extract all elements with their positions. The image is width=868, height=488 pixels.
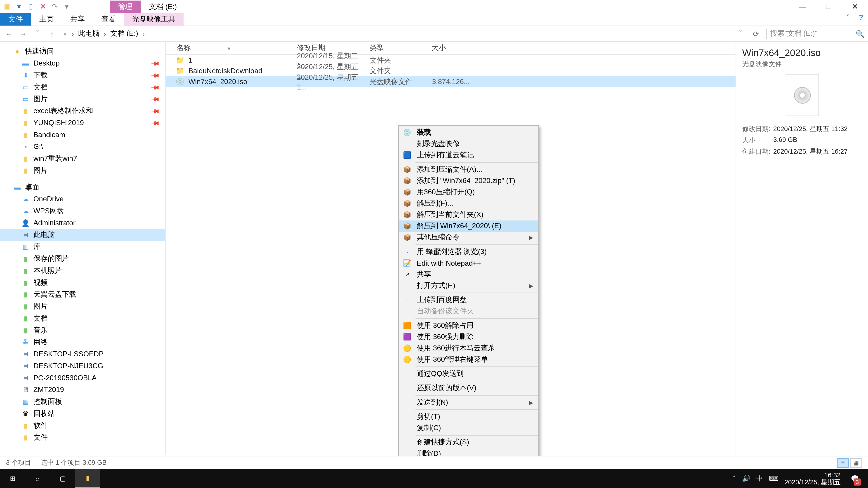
navigation-tree[interactable]: ★快速访问 ▬Desktop📌 ⬇下载📌 ▭文档📌 ▭图片📌 ▮excel表格制…: [0, 42, 166, 455]
context-menu[interactable]: 💿装载刻录光盘映像🟦上传到有道云笔记📦添加到压缩文件(A)...📦添加到 "Wi…: [398, 125, 539, 487]
explorer-taskbar-icon[interactable]: ▮: [75, 469, 100, 488]
nav-forward-button[interactable]: →: [18, 30, 29, 38]
context-menu-item[interactable]: 📦添加到压缩文件(A)...: [399, 164, 538, 175]
context-menu-item[interactable]: 发送到(N)▶: [399, 397, 538, 408]
view-icons-button[interactable]: ▦: [850, 458, 862, 467]
breadcrumb-seg[interactable]: 文档 (E:): [108, 29, 140, 39]
ribbon-collapse-icon[interactable]: ˅: [841, 13, 854, 26]
qat-delete-icon[interactable]: ✕: [38, 2, 48, 11]
nav-recent-dropdown[interactable]: ˅: [32, 30, 43, 38]
context-menu-item[interactable]: 创建快捷方式(S): [399, 437, 538, 448]
column-name[interactable]: 名称▲: [166, 43, 297, 53]
file-row[interactable]: 📁BaiduNetdiskDownload2020/12/25, 星期五 1..…: [166, 66, 736, 76]
qat-redo-icon[interactable]: ↷: [50, 2, 60, 11]
context-menu-item[interactable]: 打开方式(H)▶: [399, 280, 538, 291]
tray-volume-icon[interactable]: 🔊: [742, 475, 750, 482]
minimize-button[interactable]: —: [789, 0, 815, 13]
nav-back-button[interactable]: ←: [4, 30, 14, 38]
context-menu-item[interactable]: ·上传到百度网盘: [399, 294, 538, 306]
nav-item[interactable]: ZMT2019: [33, 385, 64, 394]
breadcrumb-seg[interactable]: 此电脑: [76, 29, 101, 39]
nav-item[interactable]: 软件: [33, 420, 48, 431]
nav-item[interactable]: win7重装win7: [33, 153, 77, 164]
context-menu-item[interactable]: 还原以前的版本(V): [399, 383, 538, 394]
nav-network[interactable]: 网络: [33, 337, 48, 347]
nav-item[interactable]: 下载: [33, 70, 48, 80]
action-center-button[interactable]: 💬3: [846, 469, 863, 488]
close-button[interactable]: ✕: [842, 0, 868, 13]
nav-this-pc[interactable]: 此电脑: [33, 230, 55, 240]
tray-ime-icon[interactable]: 中: [756, 474, 763, 483]
nav-item[interactable]: DESKTOP-NJEU3CG: [33, 362, 103, 370]
context-menu-item[interactable]: 📝Edit with Notepad++: [399, 257, 538, 269]
nav-up-button[interactable]: ↑: [46, 30, 57, 38]
nav-item[interactable]: WPS网盘: [33, 206, 64, 216]
file-row[interactable]: 💿Win7x64_2020.iso2020/12/25, 星期五 1...光盘映…: [166, 76, 736, 87]
nav-item[interactable]: 音乐: [33, 325, 48, 335]
nav-item[interactable]: 天翼云盘下载: [33, 289, 76, 299]
nav-item[interactable]: 视频: [33, 278, 48, 288]
nav-item[interactable]: excel表格制作求和: [33, 106, 93, 116]
taskbar-clock[interactable]: 16:32 2020/12/25, 星期五: [784, 471, 840, 486]
nav-item[interactable]: PC-20190530OBLA: [33, 374, 97, 382]
nav-item[interactable]: DESKTOP-LSSOEDP: [33, 350, 104, 358]
nav-item[interactable]: 回收站: [33, 409, 55, 419]
nav-item[interactable]: Administrator: [33, 219, 75, 227]
context-menu-item[interactable]: 💿装载: [399, 127, 538, 138]
nav-item[interactable]: 保存的图片: [33, 254, 69, 264]
nav-item[interactable]: 控制面板: [33, 396, 62, 407]
maximize-button[interactable]: ☐: [815, 0, 842, 13]
context-menu-item[interactable]: 🟡使用 360管理右键菜单: [399, 354, 538, 365]
context-menu-item[interactable]: ↗共享: [399, 269, 538, 280]
context-menu-item[interactable]: ·用 蜂蜜浏览器 浏览(3): [399, 246, 538, 257]
file-row[interactable]: 📁12020/12/15, 星期二 1...文件夹: [166, 55, 736, 66]
file-list[interactable]: 名称▲ 修改日期 类型 大小 📁12020/12/15, 星期二 1...文件夹…: [166, 42, 736, 455]
nav-item[interactable]: 图片: [33, 165, 48, 175]
context-menu-item[interactable]: 📦解压到当前文件夹(X): [399, 209, 538, 221]
context-menu-item[interactable]: 🟧使用 360解除占用: [399, 320, 538, 331]
nav-item[interactable]: 图片: [33, 94, 48, 104]
ribbon-home-tab[interactable]: 主页: [31, 13, 62, 26]
taskview-button[interactable]: ▢: [50, 469, 75, 488]
context-menu-item[interactable]: 刻录光盘映像: [399, 138, 538, 150]
context-menu-item[interactable]: 📦添加到 "Win7x64_2020.zip" (T): [399, 175, 538, 186]
nav-item[interactable]: G:\: [33, 142, 43, 151]
nav-item[interactable]: 文档: [33, 82, 48, 92]
ribbon-file-tab[interactable]: 文件: [0, 13, 31, 26]
context-menu-item[interactable]: 🟡使用 360进行木马云查杀: [399, 343, 538, 354]
nav-item[interactable]: Bandicam: [33, 131, 65, 139]
qat-save-icon[interactable]: ▾: [14, 2, 24, 11]
context-menu-item[interactable]: 📦解压到 Win7x64_2020\ (E): [399, 221, 538, 232]
ribbon-share-tab[interactable]: 共享: [62, 13, 93, 26]
qat-more-icon[interactable]: ▾: [62, 2, 71, 11]
ribbon-view-tab[interactable]: 查看: [93, 13, 124, 26]
nav-item[interactable]: OneDrive: [33, 195, 64, 203]
qat-undo-icon[interactable]: ▯: [26, 2, 36, 11]
nav-item[interactable]: 库: [33, 241, 41, 252]
refresh-button[interactable]: ⟳: [749, 30, 763, 38]
context-menu-item[interactable]: 通过QQ发送到: [399, 368, 538, 380]
context-menu-item[interactable]: 📦用360压缩打开(Q): [399, 186, 538, 198]
tray-ime2-icon[interactable]: ⌨: [769, 475, 778, 482]
help-icon[interactable]: ?: [854, 13, 868, 26]
nav-item[interactable]: 文件: [33, 432, 48, 442]
nav-item[interactable]: 本机照片: [33, 265, 62, 275]
column-type[interactable]: 类型: [370, 43, 432, 53]
address-dropdown-icon[interactable]: ˅: [735, 30, 746, 38]
search-button[interactable]: ⌕: [25, 469, 50, 488]
taskbar[interactable]: ⊞ ⌕ ▢ ▮ ˄ 🔊 中 ⌨ 16:32 2020/12/25, 星期五 💬3: [0, 469, 868, 488]
nav-quick-access[interactable]: 快速访问: [25, 46, 54, 56]
column-size[interactable]: 大小: [432, 43, 473, 53]
context-menu-item[interactable]: 📦其他压缩命令▶: [399, 232, 538, 243]
address-bar[interactable]: ▪ 此电脑 文档 (E:) ˅: [61, 29, 746, 39]
context-menu-item[interactable]: 📦解压到(F)...: [399, 198, 538, 209]
start-button[interactable]: ⊞: [0, 469, 25, 488]
context-menu-item[interactable]: 🟪使用 360强力删除: [399, 331, 538, 343]
context-menu-item[interactable]: 剪切(T): [399, 411, 538, 422]
tray-overflow-icon[interactable]: ˄: [733, 475, 736, 482]
context-menu-item[interactable]: 🟦上传到有道云笔记: [399, 150, 538, 161]
view-details-button[interactable]: ≡: [837, 458, 849, 467]
context-menu-item[interactable]: 复制(C): [399, 422, 538, 434]
nav-desktop[interactable]: 桌面: [25, 182, 39, 192]
search-input[interactable]: 搜索"文档 (E:)" 🔍: [766, 29, 864, 39]
